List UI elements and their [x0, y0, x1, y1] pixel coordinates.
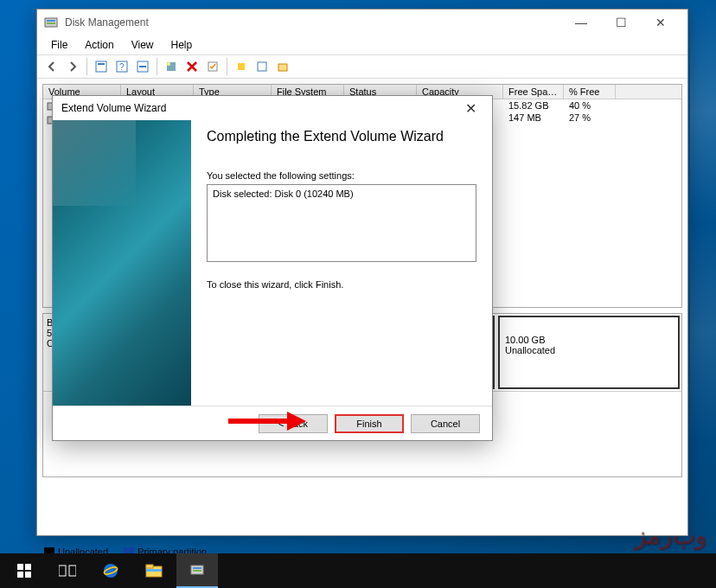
svg-rect-2	[47, 22, 55, 24]
svg-rect-4	[98, 63, 105, 65]
svg-rect-12	[238, 63, 245, 70]
ie-icon[interactable]	[90, 553, 131, 588]
toolbar-icon[interactable]: ?	[112, 57, 131, 76]
titlebar[interactable]: Disk Management — ☐ ✕	[37, 10, 687, 35]
svg-rect-13	[258, 62, 266, 71]
svg-rect-3	[96, 61, 106, 72]
setting-item: Disk selected: Disk 0 (10240 MB)	[213, 189, 470, 199]
menubar: File Action View Help	[37, 35, 687, 54]
explorer-icon[interactable]	[133, 553, 175, 588]
toolbar-icon[interactable]	[203, 57, 222, 76]
watermark: وب‌رمز	[635, 521, 707, 550]
col-pct[interactable]: % Free	[564, 85, 616, 99]
diskmgmt-taskbar-icon[interactable]	[176, 553, 218, 588]
svg-rect-20	[25, 572, 31, 578]
svg-rect-8	[139, 66, 146, 67]
toolbar-icon[interactable]	[92, 57, 111, 76]
menu-action[interactable]: Action	[78, 37, 120, 53]
finish-button[interactable]: Finish	[335, 414, 404, 433]
wizard-hint: To close this wizard, click Finish.	[207, 279, 476, 290]
svg-rect-30	[193, 570, 201, 572]
col-free[interactable]: Free Spa…	[503, 85, 564, 99]
settings-listbox[interactable]: Disk selected: Disk 0 (10240 MB)	[207, 184, 476, 262]
svg-rect-27	[146, 569, 162, 572]
wizard-heading: Completing the Extend Volume Wizard	[207, 129, 476, 144]
toolbar-icon[interactable]	[253, 57, 272, 76]
toolbar: ?	[37, 54, 687, 79]
app-icon	[44, 16, 58, 29]
partition-unallocated[interactable]: 10.00 GB Unallocated	[498, 316, 680, 389]
menu-help[interactable]: Help	[164, 37, 200, 53]
svg-rect-21	[59, 566, 66, 576]
delete-icon[interactable]	[182, 57, 201, 76]
minimize-button[interactable]: —	[561, 10, 601, 35]
svg-rect-29	[193, 567, 201, 569]
wizard-title-text: Extend Volume Wizard	[61, 102, 166, 114]
svg-rect-17	[17, 564, 23, 570]
svg-rect-1	[47, 20, 55, 22]
extend-volume-wizard: Extend Volume Wizard ✕ Completing the Ex…	[52, 95, 493, 441]
wizard-subtitle: You selected the following settings:	[207, 170, 476, 181]
close-icon[interactable]: ✕	[458, 100, 483, 117]
wizard-banner	[53, 120, 191, 406]
toolbar-icon[interactable]	[232, 57, 251, 76]
annotation-arrow	[228, 413, 306, 429]
taskbar	[0, 553, 716, 588]
maximize-button[interactable]: ☐	[601, 10, 641, 35]
menu-file[interactable]: File	[44, 37, 74, 53]
wizard-titlebar[interactable]: Extend Volume Wizard ✕	[53, 96, 492, 120]
svg-text:?: ?	[119, 62, 125, 72]
start-button[interactable]	[3, 553, 45, 588]
svg-rect-22	[69, 566, 76, 576]
taskview-icon[interactable]	[47, 553, 88, 588]
back-icon[interactable]	[42, 57, 61, 76]
svg-rect-14	[278, 64, 287, 71]
toolbar-icon[interactable]	[162, 57, 181, 76]
svg-rect-18	[25, 564, 31, 570]
svg-rect-19	[17, 572, 23, 578]
toolbar-icon[interactable]	[273, 57, 292, 76]
forward-icon[interactable]	[63, 57, 82, 76]
menu-view[interactable]: View	[125, 37, 161, 53]
cancel-button[interactable]: Cancel	[411, 414, 480, 433]
svg-rect-26	[146, 565, 153, 568]
toolbar-icon[interactable]	[133, 57, 152, 76]
close-button[interactable]: ✕	[641, 10, 681, 35]
svg-point-10	[167, 62, 170, 66]
window-title: Disk Management	[65, 16, 149, 29]
